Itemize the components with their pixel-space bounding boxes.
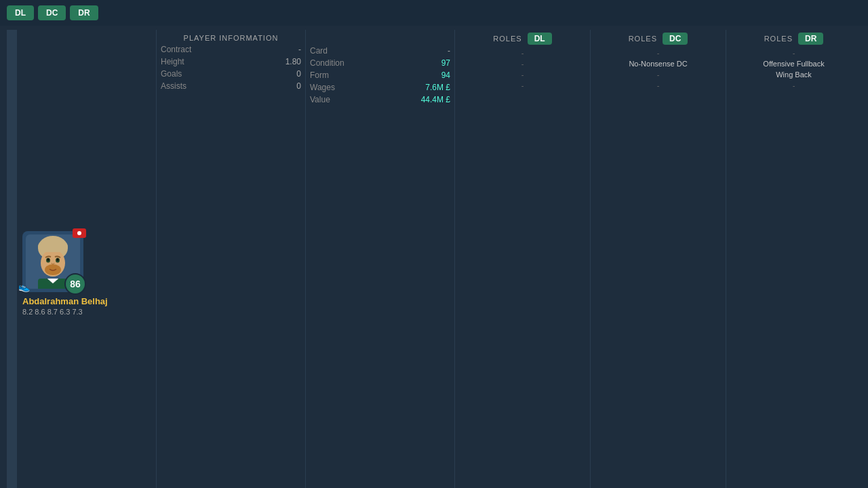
boots-icon: 👟 — [18, 281, 30, 292]
roles-dc-tag: DC — [663, 33, 688, 45]
roles-dr-item-1: - — [726, 47, 861, 58]
card-label: Card — [306, 45, 384, 57]
tab-dl[interactable]: DL — [7, 5, 34, 20]
roles-dc-item-2: No-Nonsense DC — [591, 58, 726, 69]
roles-dl-tag: DL — [528, 33, 552, 45]
roles-dr-list: - Offensive Fullback Wing Back - — [726, 47, 861, 91]
roles-dc-item-3: - — [591, 69, 726, 80]
roles-dr-tag: DR — [798, 33, 823, 45]
roles-dl-item-1: - — [455, 47, 590, 58]
player-ratings: 8.2 8.6 8.7 6.3 7.3 — [22, 308, 108, 316]
form-label: Form — [306, 69, 384, 81]
player-info-title: PLAYER INFORMATION — [157, 33, 305, 43]
roles-dl: ROLES DL - - - - — [454, 30, 590, 488]
value-value: 44.4M £ — [384, 94, 454, 106]
roles-dr-header: ROLES DR — [726, 30, 861, 47]
goals-row: Goals 0 — [157, 68, 305, 80]
roles-dr-item-2: Offensive Fullback — [726, 58, 861, 69]
goals-value: 0 — [248, 68, 305, 80]
condition-label: Condition — [306, 57, 384, 69]
roles-dl-list: - - - - — [455, 47, 590, 91]
contract-row: Contract - — [157, 43, 305, 56]
roles-dr-item-3: Wing Back — [726, 69, 861, 80]
avatar-ability: 86 — [64, 273, 86, 295]
roles-dl-item-4: - — [455, 80, 590, 91]
player-header: AGE : 27 — [0, 26, 868, 488]
player-stats-table-right: Card - Condition 97 Form 94 Wages 7.6M £ — [306, 45, 454, 106]
top-tabs: DL DC DR — [0, 0, 868, 26]
svg-point-7 — [57, 258, 59, 261]
tab-dc[interactable]: DC — [38, 5, 66, 20]
height-value: 1.80 — [248, 56, 305, 68]
roles-dr-item-4: - — [726, 80, 861, 91]
wages-label: Wages — [306, 81, 384, 94]
roles-dl-item-3: - — [455, 69, 590, 80]
roles-dc-title: ROLES — [629, 35, 657, 43]
goals-label: Goals — [157, 68, 248, 80]
roles-dr: ROLES DR - Offensive Fullback Wing Back … — [726, 30, 861, 488]
player-info-section: PLAYER INFORMATION Contract - Height 1.8… — [156, 30, 861, 488]
height-row: Height 1.80 — [157, 56, 305, 68]
assists-label: Assists — [157, 80, 248, 92]
card-value: - — [384, 45, 454, 57]
wages-row: Wages 7.6M £ — [306, 81, 454, 94]
roles-dc-header: ROLES DC — [591, 30, 726, 47]
svg-rect-3 — [38, 241, 68, 252]
player-name-section: Abdalrahman Belhaj 8.2 8.6 8.7 6.3 7.3 — [22, 296, 108, 317]
svg-point-8 — [45, 264, 61, 275]
wages-value: 7.6M £ — [384, 81, 454, 94]
roles-dl-title: ROLES — [493, 35, 521, 43]
condition-row: Condition 97 — [306, 57, 454, 69]
player-avatar-section: AGE : 27 — [7, 30, 149, 488]
roles-dc-item-4: - — [591, 80, 726, 91]
player-stats-right: Card - Condition 97 Form 94 Wages 7.6M £ — [305, 30, 454, 488]
player-stats-table-left: Contract - Height 1.80 Goals 0 Assists 0 — [157, 43, 305, 92]
height-label: Height — [157, 56, 248, 68]
contract-label: Contract — [157, 43, 248, 56]
assists-value: 0 — [248, 80, 305, 92]
svg-point-6 — [47, 258, 50, 261]
value-label: Value — [306, 94, 384, 106]
age-bar: AGE : 27 — [7, 30, 17, 488]
app-container: DL DC DR AGE : 27 — [0, 0, 868, 488]
player-avatar: 👟 86 — [22, 231, 83, 292]
roles-dc: ROLES DC - No-Nonsense DC - - — [590, 30, 726, 488]
roles-dl-item-2: - — [455, 58, 590, 69]
player-stats-left: PLAYER INFORMATION Contract - Height 1.8… — [156, 30, 305, 488]
roles-dl-header: ROLES DL — [455, 30, 590, 47]
form-row: Form 94 — [306, 69, 454, 81]
tab-dr[interactable]: DR — [70, 5, 98, 20]
condition-value: 97 — [384, 57, 454, 69]
roles-dr-title: ROLES — [764, 35, 793, 43]
contract-value: - — [248, 43, 305, 56]
card-row: Card - — [306, 45, 454, 57]
player-flag — [73, 228, 86, 238]
value-row: Value 44.4M £ — [306, 94, 454, 106]
roles-dc-list: - No-Nonsense DC - - — [591, 47, 726, 91]
assists-row: Assists 0 — [157, 80, 305, 92]
player-name: Abdalrahman Belhaj — [22, 296, 108, 306]
roles-dc-item-1: - — [591, 47, 726, 58]
form-value: 94 — [384, 69, 454, 81]
